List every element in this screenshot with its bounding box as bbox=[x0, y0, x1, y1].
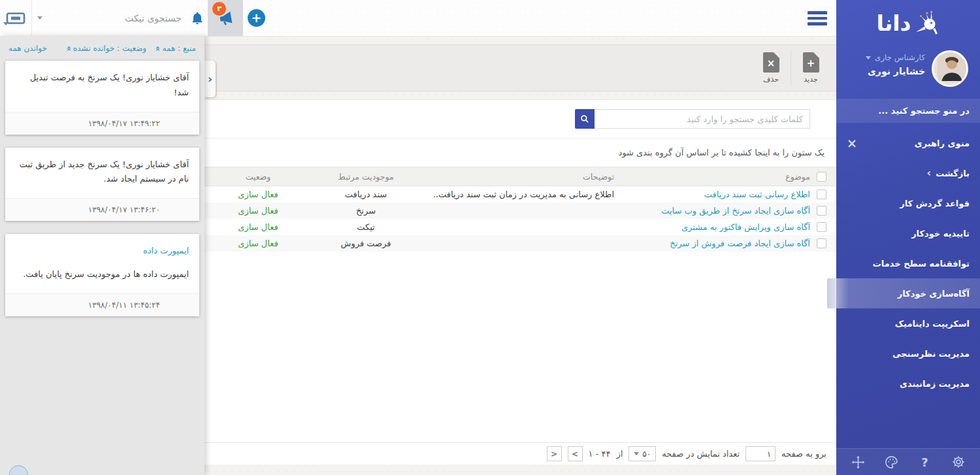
delete-button-label: حذف bbox=[763, 75, 779, 84]
ticket-search-input[interactable] bbox=[47, 0, 191, 36]
gear-icon bbox=[951, 455, 966, 469]
next-page-button[interactable]: > bbox=[568, 446, 583, 461]
sidebar-item-auto-notification[interactable]: آگاه‌سازی خودکار bbox=[827, 278, 980, 308]
notification-body: آقای خشایار نوری! یک سرنخ جدید از طریق ث… bbox=[5, 148, 199, 199]
sidebar-item-back[interactable]: بازگشت › bbox=[836, 158, 980, 188]
select-all-checkbox[interactable] bbox=[817, 172, 826, 182]
menu-search-input[interactable] bbox=[836, 99, 980, 123]
notification-card[interactable]: آقای خشایار نوری! یک سرنخ به فرصت تبدیل … bbox=[5, 61, 199, 135]
sidebar-item-schedule-management[interactable]: مدیریت زمانبندی bbox=[836, 369, 980, 399]
chevron-down-icon: « bbox=[152, 46, 162, 51]
row-subject-link[interactable]: آگاه سازی ویرایش فاکتور به مشتری bbox=[614, 222, 810, 232]
row-checkbox[interactable] bbox=[817, 189, 826, 199]
ticket-icon bbox=[6, 11, 25, 25]
new-document-icon: + bbox=[803, 52, 819, 73]
column-header-description[interactable]: توضیحات bbox=[428, 172, 614, 182]
delete-button[interactable]: × حذف bbox=[752, 52, 790, 84]
chevron-right-icon: › bbox=[927, 168, 932, 178]
search-button[interactable] bbox=[575, 109, 595, 129]
chevron-down-icon: « bbox=[63, 46, 73, 51]
sidebar-bottom-bar: ? bbox=[836, 448, 980, 475]
ticket-type-selector[interactable] bbox=[0, 0, 32, 36]
move-button[interactable] bbox=[850, 453, 867, 470]
sidebar-item-survey-management[interactable]: مدیریت نظرسنجی bbox=[836, 338, 980, 369]
action-toolbar: + جدید × حذف bbox=[204, 44, 836, 91]
move-icon bbox=[851, 455, 866, 470]
notifications-panel: منبع : همه « وضعیت : خوانده نشده « خواند… bbox=[0, 36, 204, 475]
announcements-button[interactable]: ۳ bbox=[208, 0, 243, 36]
notification-title: ایمپورت داده bbox=[16, 244, 189, 259]
top-bar: ۳ + bbox=[0, 0, 836, 37]
notification-text: ایمپورت داده ها در موجودیت سرنخ پایان یا… bbox=[16, 267, 189, 282]
sidebar-item-label: مدیریت زمانبندی bbox=[900, 379, 970, 389]
prev-page-button[interactable]: < bbox=[547, 446, 562, 461]
palette-icon bbox=[884, 455, 899, 470]
row-status: فعال سازی bbox=[212, 222, 304, 232]
sidebar-item-label: منوی راهبری bbox=[915, 139, 970, 148]
row-description: اطلاع رسانی به مدیریت در زمان ثبت سند در… bbox=[428, 189, 614, 199]
notification-body: آقای خشایار نوری! یک سرنخ به فرصت تبدیل … bbox=[5, 61, 199, 112]
plus-icon: + bbox=[803, 52, 819, 73]
table-row: آگاه سازی ویرایش فاکتور به مشتری تیکت فع… bbox=[204, 219, 836, 235]
sidebar-item-label: توافقنامه سطح خدمات bbox=[873, 259, 970, 269]
chevron-left-icon: ‹ bbox=[208, 73, 212, 86]
quick-add-button[interactable]: + bbox=[248, 9, 265, 27]
theme-button[interactable] bbox=[883, 453, 900, 470]
row-checkbox[interactable] bbox=[817, 222, 826, 232]
sidebar-item-dynamic-script[interactable]: اسکریپت داینامیک bbox=[836, 308, 980, 338]
search-scope-caret-icon[interactable] bbox=[37, 16, 42, 20]
notification-body: ایمپورت داده ایمپورت داده ها در موجودیت … bbox=[5, 234, 199, 293]
column-header-entity[interactable]: موجودیت مرتبط bbox=[304, 172, 428, 182]
filter-source[interactable]: منبع : همه « bbox=[154, 44, 196, 54]
notification-timestamp: ۱۳۹۸/۰۴/۱۱ ۱۳:۴۵:۲۴ bbox=[5, 293, 199, 316]
sidebar-item-sla[interactable]: توافقنامه سطح خدمات bbox=[836, 248, 980, 278]
notifications-filter-bar: منبع : همه « وضعیت : خوانده نشده « خواند… bbox=[0, 36, 204, 61]
sidebar-item-navigation-menu[interactable]: منوی راهبری × bbox=[836, 128, 980, 158]
notification-card[interactable]: آقای خشایار نوری! یک سرنخ جدید از طریق ث… bbox=[5, 148, 199, 221]
user-role-dropdown[interactable]: کارشناس جاری bbox=[866, 53, 925, 62]
new-button[interactable]: + جدید bbox=[792, 52, 830, 84]
delete-document-icon: × bbox=[763, 52, 779, 73]
logo-text: دانا bbox=[876, 10, 911, 36]
help-button[interactable]: ? bbox=[917, 453, 934, 470]
row-subject-link[interactable]: آگاه سازی ایجاد سرنخ از طریق وب سایت bbox=[614, 206, 810, 216]
row-checkbox[interactable] bbox=[817, 238, 826, 248]
menu-hamburger-button[interactable] bbox=[808, 11, 827, 25]
chat-widget-button[interactable] bbox=[9, 465, 28, 475]
sidebar-item-workflow-rules[interactable]: قواعد گردش کار bbox=[836, 188, 980, 218]
row-checkbox[interactable] bbox=[817, 206, 826, 216]
per-page-value: ۵۰ bbox=[642, 450, 651, 459]
row-entity: سرنخ bbox=[304, 206, 428, 216]
read-all-button[interactable]: خواندن همه bbox=[8, 44, 47, 53]
keyword-search-row bbox=[204, 100, 836, 139]
row-subject-link[interactable]: آگاه سازی ایجاد فرصت فروش از سرنخ bbox=[614, 238, 810, 248]
collapse-panel-button[interactable]: ‹ bbox=[204, 61, 216, 97]
table-header-row: موضوع توضیحات موجودیت مرتبط وضعیت bbox=[204, 167, 836, 186]
filter-status-label: وضعیت : خوانده نشده bbox=[73, 44, 146, 53]
goto-page-input[interactable] bbox=[745, 446, 776, 461]
close-icon[interactable]: × bbox=[847, 137, 857, 150]
notification-card[interactable]: ایمپورت داده ایمپورت داده ها در موجودیت … bbox=[5, 234, 199, 316]
row-subject-link[interactable]: اطلاع رسانی ثبت سند دریافت bbox=[614, 189, 810, 199]
app-screen: ۳ + منبع : همه « وضعیت : خوانده نشده « خ… bbox=[0, 0, 980, 475]
settings-button[interactable] bbox=[950, 453, 967, 470]
x-icon: × bbox=[763, 52, 779, 73]
notifications-bell-button[interactable] bbox=[187, 0, 208, 36]
per-page-label: تعداد نمایش در صفحه bbox=[662, 449, 740, 459]
list-panel: یک ستون را به اینجا کشیده تا بر اساس آن … bbox=[204, 99, 836, 465]
sidebar-item-auto-approval[interactable]: تاییدیه خودکار bbox=[836, 218, 980, 248]
question-icon: ? bbox=[921, 455, 928, 469]
chevron-down-icon bbox=[866, 56, 871, 59]
chevron-down-icon bbox=[634, 452, 639, 455]
per-page-select[interactable]: ۵۰ bbox=[629, 446, 656, 461]
table-row: اطلاع رسانی ثبت سند دریافت اطلاع رسانی ب… bbox=[204, 186, 836, 203]
row-entity: تیکت bbox=[304, 222, 428, 232]
filter-status[interactable]: وضعیت : خوانده نشده « bbox=[65, 44, 147, 54]
filter-source-label: منبع : همه bbox=[163, 44, 196, 53]
keyword-search-input[interactable] bbox=[595, 109, 810, 129]
sidebar: دانا کارشناس جاری خشایار نوری bbox=[836, 0, 980, 475]
column-header-subject[interactable]: موضوع bbox=[614, 172, 810, 182]
avatar-photo bbox=[938, 52, 966, 81]
column-header-status[interactable]: وضعیت bbox=[212, 172, 304, 182]
sidebar-item-label: تاییدیه خودکار bbox=[911, 229, 970, 238]
